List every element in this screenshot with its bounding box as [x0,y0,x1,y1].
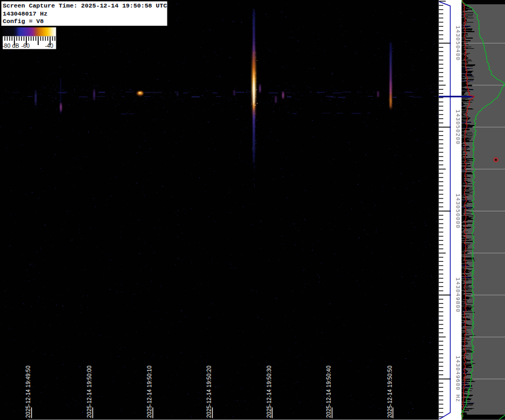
svg-text:143048017 Hz: 143048017 Hz [3,10,48,17]
svg-text:2025-12-14 19:49:50: 2025-12-14 19:49:50 [25,365,31,418]
svg-text:-60: -60 [21,42,30,49]
svg-text:2025-12-14 19:50:40: 2025-12-14 19:50:40 [326,365,332,418]
svg-text:Screen Capture Time: 2025-12-1: Screen Capture Time: 2025-12-14 19:50:58… [3,2,167,9]
svg-text:143049600 Hz: 143049600 Hz [455,356,461,402]
svg-text:143050200: 143050200 [455,109,461,144]
svg-text:143050000: 143050000 [455,194,461,229]
svg-text:-80 dB: -80 dB [2,42,19,49]
svg-text:2025-12-14 19:50:10: 2025-12-14 19:50:10 [147,365,152,418]
svg-text:2025-12-14 19:50:30: 2025-12-14 19:50:30 [266,365,272,418]
svg-text:Config = V8: Config = V8 [3,18,44,25]
svg-text:2025-12-14 19:50:20: 2025-12-14 19:50:20 [206,365,212,418]
svg-text:143049800: 143049800 [455,277,461,312]
svg-text:2025-12-14 19:50:50: 2025-12-14 19:50:50 [387,365,393,418]
svg-text:-40: -40 [45,42,54,49]
svg-text:2025-12-14 19:50:00: 2025-12-14 19:50:00 [86,365,92,418]
svg-text:143050400: 143050400 [455,26,461,61]
